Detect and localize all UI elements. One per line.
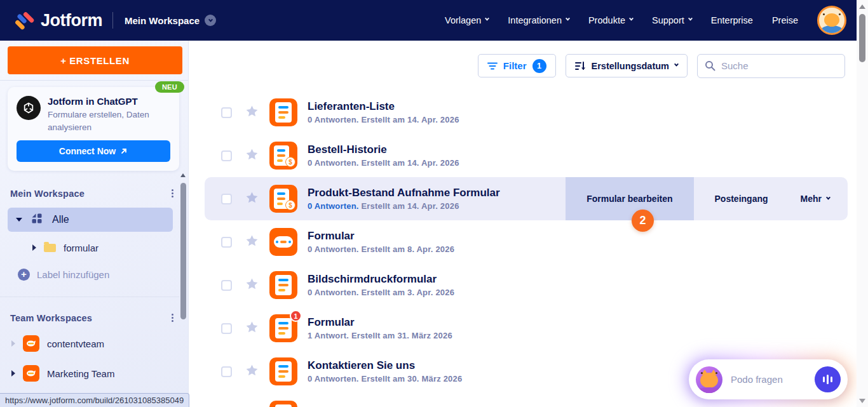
nav-item-integrationen[interactable]: Integrationen [508,15,569,25]
filter-count-badge: 1 [532,59,546,73]
form-row[interactable]: Lieferanten-Liste 0 Antworten. Erstellt … [205,91,848,134]
search-icon [705,60,715,71]
row-checkbox[interactable] [221,107,232,118]
app-window: Jotform Mein Workspace Vorlagen Integrat… [0,0,868,407]
scroll-down-arrow-icon[interactable] [859,399,865,403]
divider [0,297,179,297]
avatar-shirt [821,25,843,35]
row-checkbox[interactable] [221,280,232,291]
unread-count-badge: 1 [290,310,302,322]
jotform-logo-icon [13,10,34,31]
form-row[interactable]: 1 Formular 1 Antwort. Erstellt am 31. Mä… [205,307,848,350]
sidebar-item-label: contentvteam [47,338,104,349]
nav-item-enterprise[interactable]: Enterprise [711,15,753,25]
star-icon[interactable] [245,105,259,120]
create-button[interactable]: + ERSTELLEN [8,46,182,74]
nav-item-support[interactable]: Support [652,15,692,25]
form-meta: 0 Antworten. Erstellt am 3. Apr. 2026 [308,288,454,297]
search-input[interactable] [721,60,837,71]
dollar-icon: $ [285,157,295,167]
nav-item-produkte[interactable]: Produkte [588,15,633,25]
list-toolbar: Filter 1 Erstellungsdatum [189,41,857,91]
promo-title: Jotform in ChatGPT [48,96,156,107]
sidebar: + ERSTELLEN NEU Jotform in ChatGPT Formu… [0,41,189,407]
page-scrollbar[interactable] [857,0,868,407]
row-checkbox[interactable] [221,150,232,161]
workspace-switcher[interactable]: Mein Workspace [125,15,216,26]
divider [0,80,188,81]
add-label-button[interactable]: + Label hinzufügen [18,265,173,284]
inbox-button[interactable]: Posteingang [694,177,789,220]
star-icon[interactable] [245,191,259,206]
filter-button[interactable]: Filter 1 [478,54,556,77]
scroll-up-arrow-icon[interactable] [180,173,186,177]
sidebar-item-label: Alle [52,214,69,225]
navbar-divider [112,12,113,29]
sidebar-scrollbar[interactable] [179,171,187,407]
star-icon[interactable] [245,277,259,293]
form-title[interactable]: Produkt-Bestand Aufnahme Formular [308,187,500,199]
row-checkbox[interactable] [221,366,232,377]
responses-link[interactable]: 0 Antworten. [308,201,359,211]
connect-now-button[interactable]: Connect Now [17,140,170,162]
form-title[interactable]: Lieferanten-Liste [308,100,459,113]
edit-form-button[interactable]: Formular bearbeiten [566,177,693,220]
star-icon[interactable] [245,364,259,379]
sidebar-item-formular-folder[interactable]: formular [8,237,173,258]
form-title[interactable]: Kontaktieren Sie uns [308,359,462,372]
form-meta: 0 Antworten. Erstellt am 30. März 2026 [308,374,462,384]
form-payment-icon: $ [269,185,297,213]
plus-icon: + [18,269,30,281]
form-row-selected[interactable]: $ Produkt-Bestand Aufnahme Formular 0 An… [205,177,848,220]
dollar-icon: $ [285,200,295,210]
nav-item-preise[interactable]: Preise [772,15,798,25]
row-checkbox[interactable] [221,323,232,334]
sidebar-item-alle[interactable]: Alle [8,208,173,232]
chevron-down-icon [485,17,489,21]
jotform-logo[interactable]: Jotform [13,10,102,31]
scrollbar-thumb[interactable] [180,183,186,319]
chatgpt-logo-icon [17,96,41,120]
scrollbar-thumb[interactable] [859,14,865,62]
form-row[interactable]: Bildschirmdruckformular 0 Antworten. Ers… [205,264,848,307]
nav-item-vorlagen[interactable]: Vorlagen [445,15,489,25]
team-workspaces-section-header: Team Workspaces [10,312,177,323]
sort-button[interactable]: Erstellungsdatum [566,54,688,77]
row-checkbox[interactable] [221,237,232,248]
caret-right-icon[interactable] [11,340,15,347]
caret-down-icon[interactable] [16,218,22,222]
scroll-up-arrow-icon[interactable] [859,4,865,9]
form-title[interactable]: Bestell-Historie [308,143,459,156]
sidebar-item-label: formular [64,243,98,253]
sidebar-item-contentvteam[interactable]: contentvteam [11,334,173,353]
chat-placeholder[interactable]: Podo fragen [731,374,815,385]
voice-input-button[interactable] [815,366,841,392]
caret-right-icon[interactable] [32,244,36,251]
star-icon[interactable] [245,321,259,336]
row-checkbox[interactable] [221,194,232,204]
form-row[interactable]: $ Bestell-Historie 0 Antworten. Erstellt… [205,134,848,177]
chevron-down-icon [688,17,693,21]
caret-right-icon[interactable] [11,370,15,377]
team-avatar-icon [23,365,39,382]
form-title[interactable]: Bildschirmdruckformular [308,273,454,286]
top-navbar: Jotform Mein Workspace Vorlagen Integrat… [0,0,857,41]
tutorial-step-badge: 2 [632,210,654,232]
more-button[interactable]: Mehr [789,177,848,220]
sidebar-item-marketing-team[interactable]: Marketing Team [11,364,173,383]
folder-icon [44,244,56,252]
user-avatar[interactable] [817,6,846,35]
star-icon[interactable] [245,148,259,163]
form-title[interactable]: Formular [308,316,452,329]
chevron-down-icon [566,17,570,21]
kebab-menu-icon[interactable] [168,312,177,323]
kebab-menu-icon[interactable] [168,188,177,199]
chat-input-pill[interactable]: Podo fragen [689,359,848,399]
team-avatar-icon [23,335,39,352]
podo-avatar [696,366,722,393]
chatgpt-promo-card: NEU Jotform in ChatGPT Formulare erstell… [8,87,179,171]
star-icon[interactable] [245,234,259,250]
my-workspace-section-header: Mein Workspace [10,188,177,199]
form-title[interactable]: Formular [308,230,454,243]
form-row[interactable]: Formular 0 Antworten. Erstellt am 8. Apr… [205,220,848,264]
